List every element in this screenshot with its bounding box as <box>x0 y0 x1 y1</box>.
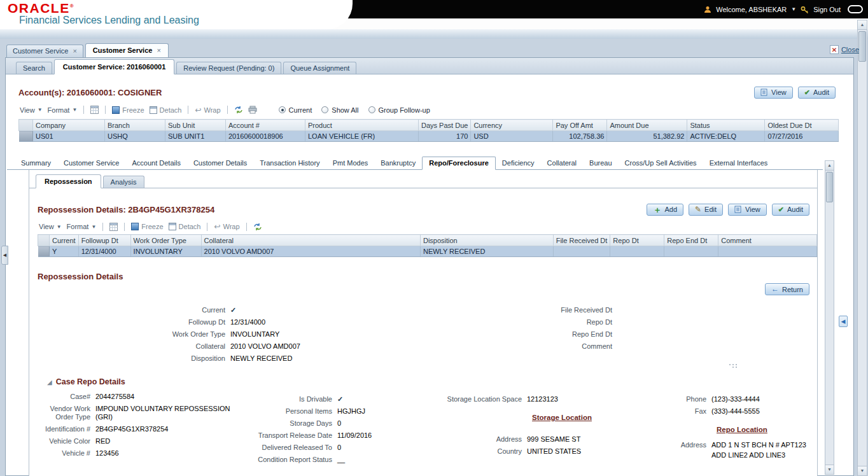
tab-label: Customer Service <box>93 46 153 54</box>
case-repo-col1: Case#2044275584 Vendor Work Order TypeIM… <box>34 393 244 461</box>
account-header: Account(s): 2016060001: COSIGNER View ✔ … <box>18 86 836 99</box>
tab-transaction-history[interactable]: Transaction History <box>253 157 326 169</box>
tab-collateral[interactable]: Collateral <box>541 157 583 169</box>
repo-sub-tabs: Repossession Analysis <box>29 174 817 188</box>
scrollbar-thumb[interactable] <box>826 172 833 202</box>
collapse-triangle-icon[interactable]: ◢ <box>47 379 52 386</box>
page-tab-bar: Search Customer Service: 2016060001 Revi… <box>6 58 853 74</box>
separator <box>227 106 228 114</box>
sign-out-link[interactable]: Sign Out <box>813 6 841 13</box>
window-tab-customer-service-2[interactable]: Customer Service × <box>85 43 169 57</box>
format-menu[interactable]: Format▼ <box>48 106 78 114</box>
wrap-button[interactable]: ↩Wrap <box>195 106 220 114</box>
separator <box>83 106 84 114</box>
repossession-header: Repossession Details: 2B4GP45G1XR378254 … <box>38 203 809 216</box>
scroll-down-icon[interactable]: ▼ <box>858 466 867 475</box>
printer-icon <box>248 106 257 114</box>
tab-close-icon[interactable]: × <box>73 48 76 54</box>
logo-area: ORACLE® Financial Services Lending and L… <box>0 0 353 29</box>
separator <box>124 223 125 231</box>
detach-button[interactable]: Detach <box>150 106 182 114</box>
tab-customer-service[interactable]: Customer Service <box>57 157 125 169</box>
radio-show-all[interactable] <box>321 106 328 113</box>
tab-analysis[interactable]: Analysis <box>103 176 144 188</box>
tab-bureau[interactable]: Bureau <box>583 157 618 169</box>
tab-queue-assignment[interactable]: Queue Assignment <box>283 62 356 74</box>
account-table-header: Company Branch Sub Unit Account # Produc… <box>19 120 839 131</box>
field-vendor-work-order-type: Vendor Work Order TypeIMPOUND VOLUNTARY … <box>34 405 244 421</box>
repossession-table-header: Current Followup Dt Work Order Type Coll… <box>38 235 817 246</box>
case-repo-title: Case Repo Details <box>56 377 125 386</box>
freeze-button[interactable]: Freeze <box>131 223 163 230</box>
refresh-button[interactable] <box>234 106 243 114</box>
separator <box>246 223 247 231</box>
audit-check-icon: ✔ <box>804 88 810 97</box>
scroll-down-icon[interactable]: ▼ <box>825 465 834 474</box>
close-icon[interactable]: ✕ <box>830 45 839 54</box>
case-repo-header[interactable]: ◢ Case Repo Details <box>47 377 125 386</box>
freeze-button[interactable]: Freeze <box>112 106 144 114</box>
tab-summary[interactable]: Summary <box>15 157 57 169</box>
export-grid-icon[interactable] <box>90 106 99 114</box>
tab-repossession[interactable]: Repossession <box>36 174 101 188</box>
tab-deficiency[interactable]: Deficiency <box>496 157 541 169</box>
tab-pmt-modes[interactable]: Pmt Modes <box>326 157 375 169</box>
header-gradient <box>0 29 868 39</box>
tab-bankruptcy[interactable]: Bankruptcy <box>374 157 422 169</box>
tab-account-details[interactable]: Account Details <box>125 157 186 169</box>
scroll-up-icon[interactable]: ▲ <box>858 20 867 30</box>
session-oval-icon[interactable] <box>848 5 863 13</box>
detach-button[interactable]: Detach <box>169 223 201 230</box>
account-view-button[interactable]: View <box>754 87 793 99</box>
close-button[interactable]: ✕ Close <box>830 45 859 54</box>
tab-review-request[interactable]: Review Request (Pending: 0) <box>176 62 281 74</box>
refresh-button[interactable] <box>253 223 262 231</box>
repo-view-button[interactable]: View <box>728 204 767 216</box>
tab-search[interactable]: Search <box>16 62 52 74</box>
field-storage-address: Address999 SESAME ST <box>437 435 622 444</box>
resize-grip-icon[interactable] <box>729 364 738 369</box>
tab-close-icon[interactable]: × <box>157 48 160 53</box>
field-vehicle-number: Vehicle #123456 <box>34 449 244 458</box>
app-subtitle: Financial Services Lending and Leasing <box>19 15 199 26</box>
repossession-table: Current Followup Dt Work Order Type Coll… <box>38 234 817 257</box>
account-audit-button[interactable]: ✔ Audit <box>798 87 836 99</box>
scroll-up-icon[interactable]: ▲ <box>825 161 834 171</box>
view-icon <box>734 206 742 213</box>
export-grid-icon[interactable] <box>109 223 118 231</box>
tab-repo-foreclosure[interactable]: Repo/Foreclosure <box>422 157 496 170</box>
radio-group-followup[interactable] <box>368 106 375 113</box>
case-repo-col4: Phone(123)-333-4444 Fax(333)-444-5555 Re… <box>621 395 818 463</box>
back-arrow-icon: ← <box>771 286 779 293</box>
separator <box>188 106 188 114</box>
tab-cross-up-sell[interactable]: Cross/Up Sell Activities <box>619 157 703 169</box>
repossession-details-title: Repossession Details <box>38 272 123 281</box>
field-disposition: DispositionNEWLY RECEIVED <box>93 354 449 363</box>
account-section-tabs: Summary Customer Service Account Details… <box>7 156 823 170</box>
tab-external-interfaces[interactable]: External Interfaces <box>703 157 774 169</box>
format-menu[interactable]: Format▼ <box>67 223 97 230</box>
radio-current[interactable] <box>279 106 286 113</box>
left-collapse-handle[interactable]: ◀ <box>1 246 8 265</box>
view-menu[interactable]: View▼ <box>39 223 62 230</box>
account-row[interactable]: US01 USHQ SUB UNIT1 20160600018906 LOAN … <box>19 131 839 142</box>
outer-scrollbar[interactable]: ▲ ▼ <box>857 20 867 476</box>
add-button[interactable]: ＋Add <box>647 204 683 216</box>
window-tab-customer-service-1[interactable]: Customer Service × <box>6 45 83 57</box>
return-button[interactable]: ←Return <box>765 283 809 295</box>
repossession-row[interactable]: Y 12/31/4000 INVOLUNTARY 2010 VOLVO AMD0… <box>38 246 817 257</box>
welcome-menu[interactable]: Welcome, ABSHEKAR <box>716 6 787 13</box>
tab-customer-details[interactable]: Customer Details <box>187 157 253 169</box>
tab-customer-service-account[interactable]: Customer Service: 2016060001 <box>54 59 174 74</box>
repo-audit-button[interactable]: ✔Audit <box>772 204 809 216</box>
splitter-collapse-icon[interactable]: ◀ <box>839 316 848 327</box>
wrap-button[interactable]: ↩Wrap <box>214 223 239 230</box>
inner-scrollbar[interactable]: ▲ ▼ <box>825 160 834 475</box>
edit-button[interactable]: ✎Edit <box>689 204 723 216</box>
view-menu[interactable]: View▼ <box>20 106 43 114</box>
chevron-down-icon[interactable]: ▼ <box>791 6 796 12</box>
print-button[interactable] <box>248 106 257 114</box>
audit-check-icon: ✔ <box>778 206 784 214</box>
freeze-icon <box>131 223 139 230</box>
scrollbar-thumb[interactable] <box>858 31 866 62</box>
